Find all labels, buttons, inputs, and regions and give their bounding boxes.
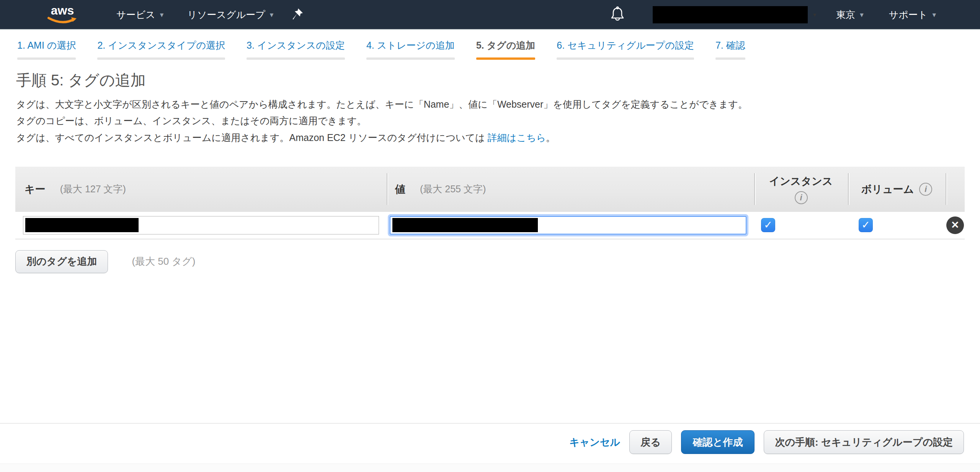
chevron-down-icon: ▾ (813, 11, 816, 18)
step-tab-4-add-storage[interactable]: 4. ストレージの追加 (366, 39, 455, 60)
volume-header-label: ボリューム (861, 182, 914, 196)
pushpin-icon (292, 8, 303, 21)
learn-more-link[interactable]: 詳細はこちら (488, 132, 546, 143)
tags-table: キー (最大 127 文字) 値 (最大 255 文字) インスタンス i ボリ… (15, 167, 965, 239)
volume-column-header: ボリューム i (848, 167, 946, 212)
main-content: 手順 5: タグの追加 タグは、大文字と小文字が区別されるキーと値のペアから構成… (15, 70, 965, 273)
nav-resource-groups-menu[interactable]: リソースグループ ▾ (187, 8, 273, 21)
max-tags-hint: (最大 50 タグ) (132, 255, 195, 268)
next-step-button[interactable]: 次の手順: セキュリティグループの設定 (764, 430, 964, 454)
key-max-length-hint: (最大 127 文字) (60, 183, 126, 195)
chevron-down-icon: ▾ (160, 10, 164, 19)
check-icon: ✓ (861, 220, 870, 230)
step-tab-2-choose-instance-type[interactable]: 2. インスタンスタイプの選択 (97, 39, 225, 60)
volume-checkbox[interactable]: ✓ (859, 218, 873, 232)
bell-icon (610, 6, 625, 23)
navbar-right-group: ▾ 東京 ▾ サポート ▾ (610, 6, 936, 23)
step-tab-6-configure-security-group[interactable]: 6. セキュリティグループの設定 (557, 39, 694, 60)
tag-row: ✓ ✓ ✕ (15, 212, 965, 239)
redacted-tag-value-value (392, 218, 538, 232)
tag-volume-cell: ✓ (848, 212, 946, 239)
region-label: 東京 (836, 8, 855, 21)
ec2-launch-wizard-page: aws サービス ▾ リソースグループ ▾ (0, 0, 980, 472)
wizard-footer: キャンセル 戻る 確認と作成 次の手順: セキュリティグループの設定 (569, 430, 964, 454)
account-menu[interactable]: ▾ (653, 6, 816, 23)
step-tab-5-add-tags[interactable]: 5. タグの追加 (476, 39, 536, 60)
step-tab-1-choose-ami[interactable]: 1. AMI の選択 (17, 39, 76, 60)
value-column-header: 値 (最大 255 文字) (387, 167, 754, 212)
back-button[interactable]: 戻る (629, 430, 672, 454)
add-another-tag-button[interactable]: 別のタグを追加 (15, 250, 108, 273)
aws-smile-icon (47, 16, 77, 25)
value-max-length-hint: (最大 255 文字) (420, 183, 486, 195)
tag-key-input[interactable] (23, 216, 379, 234)
region-menu[interactable]: 東京 ▾ (836, 8, 864, 21)
nav-services-label: サービス (116, 8, 155, 21)
key-column-header: キー (最大 127 文字) (15, 167, 387, 212)
wizard-step-tabs: 1. AMI の選択 2. インスタンスタイプの選択 3. インスタンスの設定 … (17, 39, 980, 60)
aws-logo[interactable]: aws (46, 5, 79, 25)
redacted-tag-key-value (25, 218, 139, 232)
notifications-button[interactable] (610, 6, 625, 23)
nav-resource-groups-label: リソースグループ (187, 8, 265, 21)
chevron-down-icon: ▾ (932, 10, 936, 19)
top-navbar: aws サービス ▾ リソースグループ ▾ (0, 0, 980, 30)
page-bottom-strip (0, 464, 980, 472)
page-description: タグは、大文字と小文字が区別されるキーと値のペアから構成されます。たとえば、キー… (16, 96, 965, 146)
support-menu[interactable]: サポート ▾ (889, 8, 936, 21)
add-tag-row: 別のタグを追加 (最大 50 タグ) (15, 250, 965, 273)
tag-value-input[interactable] (390, 216, 746, 234)
page-title: 手順 5: タグの追加 (16, 70, 965, 91)
tag-value-cell (387, 212, 754, 239)
tags-table-header: キー (最大 127 文字) 値 (最大 255 文字) インスタンス i ボリ… (15, 167, 965, 212)
redacted-account-name (653, 6, 808, 23)
instance-checkbox[interactable]: ✓ (761, 218, 775, 232)
delete-tag-button[interactable]: ✕ (946, 216, 964, 234)
description-line-3-suffix: 。 (546, 132, 555, 143)
description-line-2: タグのコピーは、ボリューム、インスタンス、またはその両方に適用できます。 (16, 115, 366, 126)
cancel-link[interactable]: キャンセル (569, 436, 620, 449)
description-line-3: タグは、すべてのインスタンスとボリュームに適用されます。Amazon EC2 リ… (16, 132, 488, 143)
description-line-1: タグは、大文字と小文字が区別されるキーと値のペアから構成されます。たとえば、キー… (16, 99, 748, 110)
review-and-launch-button[interactable]: 確認と作成 (681, 430, 755, 454)
step-tab-7-review[interactable]: 7. 確認 (715, 39, 745, 60)
step-tab-3-configure-instance[interactable]: 3. インスタンスの設定 (247, 39, 345, 60)
tag-delete-cell: ✕ (946, 212, 965, 239)
instance-header-label: インスタンス (769, 174, 833, 188)
instance-column-header: インスタンス i (754, 167, 848, 212)
chevron-down-icon: ▾ (860, 10, 864, 19)
aws-logo-text: aws (51, 5, 74, 16)
support-label: サポート (889, 8, 928, 21)
tag-instance-cell: ✓ (754, 212, 848, 239)
value-header-label: 値 (395, 182, 405, 196)
key-header-label: キー (24, 182, 46, 196)
tag-key-cell (15, 212, 387, 239)
chevron-down-icon: ▾ (270, 10, 274, 19)
nav-services-menu[interactable]: サービス ▾ (116, 8, 163, 21)
close-icon: ✕ (951, 219, 959, 231)
check-icon: ✓ (764, 220, 773, 230)
footer-divider (0, 423, 980, 424)
volume-info-icon[interactable]: i (919, 183, 932, 196)
instance-info-icon[interactable]: i (795, 191, 808, 204)
delete-column-header (946, 167, 965, 212)
pin-shortcut-button[interactable] (292, 8, 303, 21)
